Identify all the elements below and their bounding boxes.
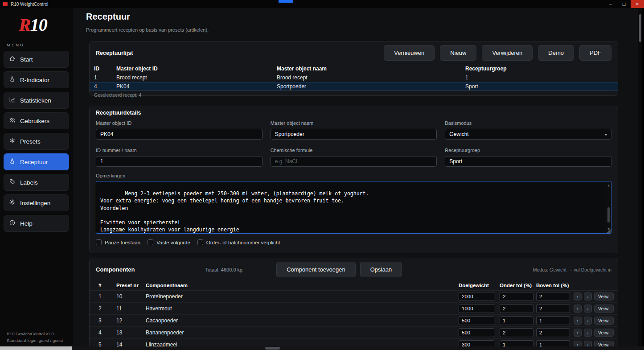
chart-icon <box>9 96 16 104</box>
demo-button[interactable]: Demo <box>538 45 574 61</box>
move-down-button[interactable]: ↓ <box>584 305 592 313</box>
mode-note: Modus: Gewicht → vul Doelgewicht in <box>533 267 611 272</box>
delete-button[interactable]: Verwijderen <box>482 45 533 61</box>
logo-r: R <box>19 15 30 35</box>
sidebar-item-receptuur[interactable]: Receptuur <box>4 153 69 170</box>
sidebar-item-label: Start <box>20 56 33 63</box>
sidebar-item-presets[interactable]: Presets <box>4 133 69 150</box>
sidebar-item-statistieken[interactable]: Statistieken <box>4 92 69 109</box>
field-label: Basismodus <box>445 120 611 126</box>
boven-tol-input[interactable] <box>536 304 570 313</box>
move-down-button[interactable]: ↓ <box>584 329 592 337</box>
sidebar-item-instellingen[interactable]: Instellingen <box>4 194 69 211</box>
resize-handle[interactable] <box>607 229 611 233</box>
move-up-button[interactable]: ↑ <box>574 329 582 337</box>
remove-component-button[interactable]: Verw. <box>594 292 614 301</box>
scroll-up-icon[interactable]: ▲ <box>607 182 609 189</box>
main-content: Receptuur Programmeert recepten op basis… <box>73 8 638 350</box>
sidebar-item-gebruikers[interactable]: Gebruikers <box>4 112 69 129</box>
move-up-button[interactable]: ↑ <box>574 317 582 325</box>
new-button[interactable]: Nieuw <box>440 45 476 61</box>
sidebar-item-labels[interactable]: Labels <box>4 174 69 191</box>
batchnummer-verplicht-checkbox[interactable]: Order- of batchnummer verplicht <box>197 239 280 245</box>
col-master-object-naam: Master object naam <box>277 66 465 72</box>
checkbox-icon <box>148 239 153 245</box>
cell-preset: 13 <box>116 329 146 336</box>
boven-tol-input[interactable] <box>536 328 570 337</box>
id-nummer-input[interactable] <box>96 156 263 167</box>
doelgewicht-input[interactable] <box>459 304 494 313</box>
field-label: Receptuurgroep <box>445 148 611 153</box>
top-accent-bar <box>279 0 293 3</box>
move-up-button[interactable]: ↑ <box>574 305 582 313</box>
recipe-details-title: Receptuurdetails <box>96 110 141 116</box>
refresh-button[interactable]: Vernieuwen <box>384 45 435 61</box>
pauze-toestaan-checkbox[interactable]: Pauze toestaan <box>96 239 140 245</box>
cell-naam: Cacaopoeder <box>146 317 459 324</box>
cell-master-id: Brood recept <box>116 74 277 81</box>
doelgewicht-input[interactable] <box>459 316 494 325</box>
horizontal-scroll-thumb[interactable] <box>265 347 280 350</box>
components-title: Componenten <box>96 266 135 273</box>
horizontal-scrollbar[interactable] <box>0 346 644 350</box>
component-row: 2 11 Havermout ↑ ↓ Verw. <box>90 303 618 315</box>
recipe-list-card: Receptuurlijst Vernieuwen Nieuw Verwijde… <box>89 41 618 96</box>
close-button[interactable]: × <box>631 0 644 8</box>
sidebar-item-start[interactable]: Start <box>4 51 69 68</box>
move-down-button[interactable]: ↓ <box>584 317 592 325</box>
receptuurgroep-input[interactable] <box>445 156 611 167</box>
selected-recipe-note: Geselecteerd recept: 4 <box>90 91 618 99</box>
vaste-volgorde-checkbox[interactable]: Vaste volgorde <box>148 239 190 245</box>
recipe-row[interactable]: 1 Brood recept Brood recept 1 <box>90 73 618 82</box>
component-row: 3 12 Cacaopoeder ↑ ↓ Verw. <box>90 315 618 327</box>
tag-icon <box>9 178 16 186</box>
horizontal-scroll-thumb-left[interactable] <box>0 346 72 350</box>
cell-master-id: PK04 <box>116 83 277 90</box>
cell-id: 1 <box>94 74 116 81</box>
move-down-button[interactable]: ↓ <box>584 292 592 301</box>
sidebar-item-help[interactable]: ? Help <box>4 215 69 232</box>
minimize-button[interactable]: − <box>604 0 617 8</box>
boven-tol-input[interactable] <box>536 316 570 325</box>
doelgewicht-input[interactable] <box>459 292 494 301</box>
opmerkingen-textarea[interactable]: Meng 2-3 eetlepels poeder met 250-300 ml… <box>96 181 611 234</box>
chemische-formule-input[interactable] <box>271 156 437 167</box>
remove-component-button[interactable]: Verw. <box>594 317 614 325</box>
app-logo: R10 <box>19 14 73 35</box>
onder-tol-input[interactable] <box>500 316 533 325</box>
master-object-id-input[interactable] <box>96 129 263 140</box>
boven-tol-input[interactable] <box>536 292 570 301</box>
remove-component-button[interactable]: Verw. <box>594 329 614 337</box>
move-up-button[interactable]: ↑ <box>574 292 582 301</box>
master-object-naam-input[interactable] <box>271 129 437 140</box>
cell-master-naam: Brood recept <box>277 74 465 81</box>
doelgewicht-input[interactable] <box>459 328 494 337</box>
page-subtitle: Programmeert recepten op basis van prese… <box>86 27 209 33</box>
onder-tol-input[interactable] <box>500 304 533 313</box>
pdf-button[interactable]: PDF <box>579 45 611 61</box>
default-login: Standaard login: guest / guest <box>7 337 63 344</box>
recipe-list-title: Receptuurlijst <box>96 50 133 56</box>
remove-component-button[interactable]: Verw. <box>594 305 614 313</box>
sidebar-item-r-indicator[interactable]: R-Indicator <box>4 71 69 88</box>
details-fields: Master object ID Master object naam Basi… <box>90 118 618 167</box>
onder-tol-input[interactable] <box>500 328 533 337</box>
checkbox-label: Pauze toestaan <box>105 240 140 245</box>
field-master-object-naam: Master object naam <box>271 120 437 140</box>
save-button[interactable]: Opslaan <box>360 262 402 277</box>
basismodus-select[interactable]: Gewicht ▾ <box>445 129 611 140</box>
vertical-scrollbar[interactable] <box>638 8 642 346</box>
cell-groep: Sport <box>465 83 613 90</box>
add-component-button[interactable]: Component toevoegen <box>276 262 356 277</box>
recipe-row-selected[interactable]: 4 PK04 Sportpoeder Sport <box>90 82 618 91</box>
cell-groep: 1 <box>465 74 613 81</box>
col-doelgewicht: Doelgewicht <box>459 283 500 288</box>
vertical-scroll-thumb[interactable] <box>639 14 641 42</box>
onder-tol-input[interactable] <box>500 292 533 301</box>
opmerkingen-block: Opmerkingen Meng 2-3 eetlepels poeder me… <box>90 167 618 234</box>
sidebar-item-label: Presets <box>20 138 41 145</box>
maximize-button[interactable]: □ <box>617 0 631 8</box>
cell-id: 4 <box>94 83 116 90</box>
cell-index: 3 <box>98 317 116 324</box>
textarea-scroll-thumb[interactable] <box>607 207 610 222</box>
